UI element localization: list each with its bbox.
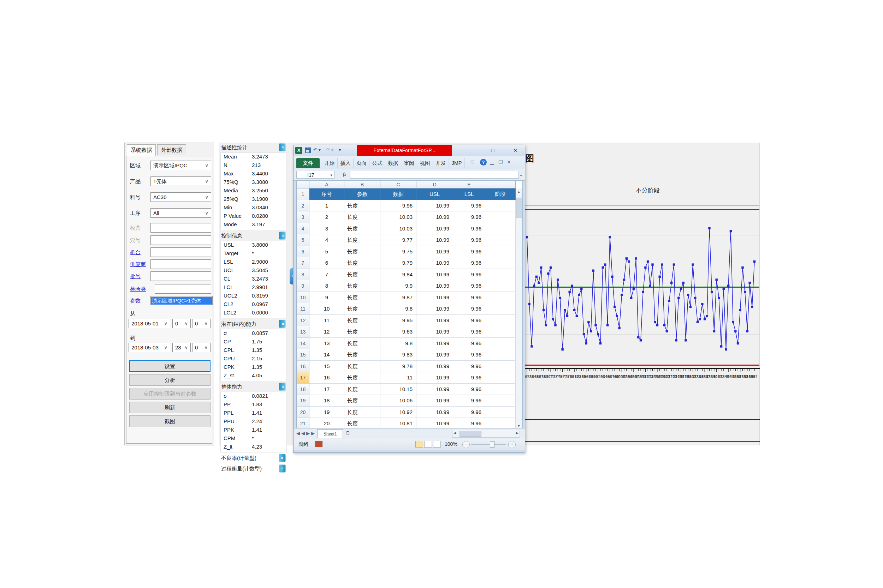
to-hour-select[interactable]: 23 ∨ xyxy=(172,343,191,352)
grid-cell[interactable]: 9.96 xyxy=(453,395,485,406)
grid-cell[interactable] xyxy=(485,303,516,315)
grid-cell[interactable]: 数据 xyxy=(381,189,417,200)
grid-cell[interactable]: 10.99 xyxy=(417,326,453,338)
ribbon-tab-视图[interactable]: 视图 xyxy=(417,158,433,168)
scroll-left-icon[interactable]: ◀ xyxy=(454,431,456,435)
save-icon[interactable] xyxy=(305,147,311,153)
grid-cell[interactable]: 10.06 xyxy=(381,395,417,406)
grid-cell[interactable] xyxy=(485,372,516,384)
grid-cell[interactable]: 4 xyxy=(309,234,344,246)
machine-input[interactable] xyxy=(150,248,211,257)
grid-cell[interactable]: 9.96 xyxy=(453,384,485,395)
grid-cell[interactable]: 10.81 xyxy=(381,418,417,428)
sheet-tab[interactable]: Sheet1 xyxy=(317,429,343,438)
column-header-D[interactable]: D xyxy=(417,181,453,189)
grid-cell[interactable]: 9.87 xyxy=(381,292,417,303)
normal-view-icon[interactable] xyxy=(415,441,423,447)
help-icon[interactable]: ? xyxy=(480,159,487,165)
row-header[interactable]: 15 xyxy=(297,349,309,361)
grid-cell[interactable]: 长度 xyxy=(344,292,381,303)
name-box-dropdown-icon[interactable]: ▾ xyxy=(330,171,332,179)
grid-cell[interactable]: 10.99 xyxy=(417,349,453,361)
grid-cell[interactable]: 12 xyxy=(309,326,344,338)
grid-cell[interactable] xyxy=(485,269,516,280)
grid-cell[interactable]: 9.75 xyxy=(381,246,417,258)
row-header[interactable]: 16 xyxy=(297,361,309,372)
grid-cell[interactable] xyxy=(485,384,516,395)
grid-cell[interactable]: 9.96 xyxy=(453,280,485,292)
fx-icon[interactable]: fx xyxy=(343,171,346,177)
expand-section-icon[interactable]: « xyxy=(279,465,286,472)
grid-cell[interactable]: 6 xyxy=(309,257,344,269)
grid-cell[interactable]: 10.99 xyxy=(417,338,453,350)
grid-cell[interactable]: 9.96 xyxy=(453,246,485,258)
grid-cell[interactable]: 长度 xyxy=(344,384,381,395)
grid-cell[interactable]: 9.96 xyxy=(453,349,485,361)
row-header[interactable]: 5 xyxy=(297,234,309,246)
grid-cell[interactable]: 9.96 xyxy=(453,338,485,350)
grid-cell[interactable]: 阶段 xyxy=(485,189,516,200)
ribbon-tab-数据[interactable]: 数据 xyxy=(385,158,401,168)
zoom-out-icon[interactable]: − xyxy=(462,441,470,448)
grid-cell[interactable]: 长度 xyxy=(344,349,381,361)
zoom-slider-thumb[interactable] xyxy=(490,441,495,447)
grid-cell[interactable] xyxy=(485,395,516,406)
grid-cell[interactable]: 长度 xyxy=(344,338,381,350)
process-select[interactable]: All ∨ xyxy=(150,208,211,218)
ribbon-tab-页面[interactable]: 页面 xyxy=(354,158,369,168)
grid-cell[interactable]: 9 xyxy=(309,292,344,303)
grid-cell[interactable]: 10.99 xyxy=(417,269,453,280)
tab-system-data[interactable]: 系统数据 xyxy=(127,144,156,156)
grid-cell[interactable]: 10.99 xyxy=(417,212,453,223)
grid-cell[interactable]: 10.99 xyxy=(417,406,453,418)
row-header[interactable]: 4 xyxy=(297,223,309,235)
grid-cell[interactable]: 长度 xyxy=(344,223,381,235)
parameter-selected-item[interactable]: 演示区域IPQC>1壳体 xyxy=(151,297,212,304)
grid-cell[interactable]: 9.8 xyxy=(381,303,417,315)
grid-cell[interactable]: 3 xyxy=(309,223,344,235)
column-header[interactable] xyxy=(485,181,516,189)
grid-cell[interactable]: 2 xyxy=(309,212,344,223)
row-header[interactable]: 6 xyxy=(297,246,309,258)
insptype-input[interactable] xyxy=(155,284,211,294)
grid-cell[interactable]: 10 xyxy=(309,303,344,315)
heart-icon[interactable]: ♡ xyxy=(470,159,475,165)
grid-cell[interactable]: 长度 xyxy=(344,303,381,315)
grid-cell[interactable]: 长度 xyxy=(344,257,381,269)
scrollbar-thumb[interactable] xyxy=(516,198,522,218)
grid-cell[interactable]: 17 xyxy=(309,384,344,395)
grid-cell[interactable]: 1 xyxy=(309,200,344,212)
collapse-section-icon[interactable]: « xyxy=(279,232,286,240)
grid-cell[interactable] xyxy=(485,246,516,258)
grid-cell[interactable] xyxy=(485,234,516,246)
row-header[interactable]: 1 xyxy=(297,189,309,200)
grid-cell[interactable]: 10.99 xyxy=(417,234,453,246)
grid-cell[interactable]: 长度 xyxy=(344,200,381,212)
row-header[interactable]: 11 xyxy=(297,303,309,315)
grid-cell[interactable]: 10.92 xyxy=(381,406,417,418)
macro-record-icon[interactable] xyxy=(315,441,322,447)
grid-cell[interactable]: 10.99 xyxy=(417,303,453,315)
grid-cell[interactable]: 9.96 xyxy=(453,372,485,384)
grid-cell[interactable]: 9.83 xyxy=(381,349,417,361)
grid-cell[interactable]: 9.77 xyxy=(381,234,417,246)
workbook-minimize-icon[interactable]: ▁ xyxy=(490,159,494,165)
name-box[interactable]: I17 ▾ xyxy=(296,171,334,178)
grid-cell[interactable]: 9.96 xyxy=(453,418,485,428)
grid-cell[interactable]: 9.96 xyxy=(453,406,485,418)
ribbon-tab-插入[interactable]: 插入 xyxy=(338,158,354,168)
grid-cell[interactable]: USL xyxy=(417,189,453,200)
grid-cell[interactable]: 9.84 xyxy=(381,269,417,280)
ribbon-tab-开发[interactable]: 开发 xyxy=(433,158,449,168)
maximize-button[interactable]: □ xyxy=(487,147,498,154)
redo-icon[interactable]: ↷ ▾ xyxy=(326,147,333,153)
scrollbar-thumb[interactable] xyxy=(460,431,481,436)
grid-cell[interactable]: 20 xyxy=(309,418,344,428)
refresh-button[interactable]: 刷新 xyxy=(129,402,211,413)
grid-cell[interactable]: 10.99 xyxy=(417,223,453,235)
row-header[interactable]: 21 xyxy=(297,418,309,428)
from-hour-select[interactable]: 0 ∨ xyxy=(172,319,191,328)
grid-cell[interactable]: 9.96 xyxy=(453,315,485,327)
grid-cell[interactable]: 9.96 xyxy=(453,326,485,338)
undo-icon[interactable]: ↶ ▾ xyxy=(313,147,321,153)
